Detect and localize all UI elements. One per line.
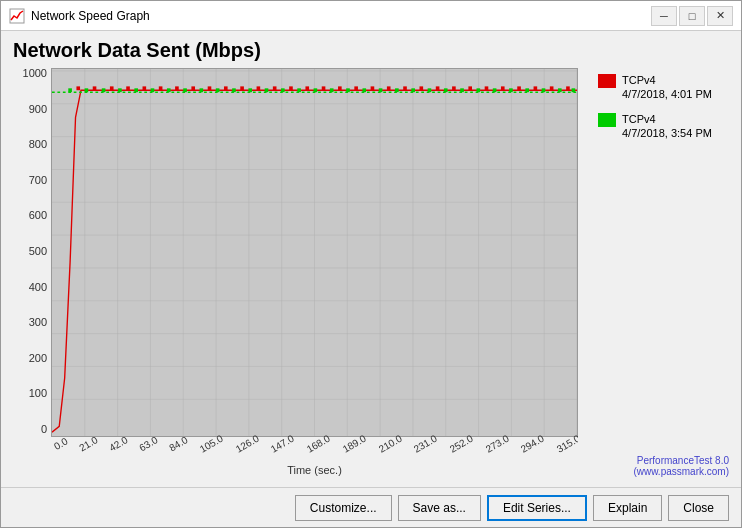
svg-rect-49 [411,88,415,92]
svg-rect-80 [403,86,407,90]
svg-rect-88 [534,86,538,90]
y-axis-label: 400 [29,282,47,293]
legend-item-0: TCPv44/7/2018, 4:01 PM [598,73,733,102]
svg-rect-41 [281,88,285,92]
svg-rect-53 [477,88,481,92]
svg-rect-60 [76,86,80,90]
svg-rect-79 [387,86,391,90]
y-axis-label: 800 [29,139,47,150]
svg-rect-76 [338,86,342,90]
chart-title: Network Data Sent (Mbps) [9,39,733,62]
main-window: Network Speed Graph ─ □ ✕ Network Data S… [0,0,742,528]
svg-rect-31 [118,88,122,92]
svg-rect-70 [240,86,244,90]
svg-rect-34 [167,88,171,92]
svg-rect-81 [420,86,424,90]
customize-button[interactable]: Customize... [295,495,392,521]
svg-rect-37 [216,88,220,92]
legend-color-0 [598,74,616,88]
title-bar: Network Speed Graph ─ □ ✕ [1,1,741,31]
svg-rect-73 [289,86,293,90]
legend: TCPv44/7/2018, 4:01 PMTCPv44/7/2018, 3:5… [588,68,733,140]
y-axis: 01002003004005006007008009001000 [9,68,51,437]
close-window-button[interactable]: ✕ [707,6,733,26]
svg-rect-66 [175,86,179,90]
svg-rect-74 [305,86,309,90]
x-axis-label: 84.0 [167,434,189,453]
y-axis-label: 0 [41,424,47,435]
chart-with-yaxis: 01002003004005006007008009001000 [9,68,578,479]
svg-rect-58 [558,88,562,92]
svg-rect-87 [517,86,521,90]
svg-rect-38 [232,88,236,92]
svg-rect-63 [126,86,130,90]
svg-rect-89 [550,86,554,90]
x-axis-labels: 0.021.042.063.084.0105.0126.0147.0168.01… [9,437,578,450]
legend-text-1: TCPv44/7/2018, 3:54 PM [622,112,712,141]
svg-rect-33 [151,88,155,92]
svg-rect-29 [85,88,89,92]
y-axis-label: 600 [29,210,47,221]
svg-rect-77 [354,86,358,90]
y-axis-label: 300 [29,317,47,328]
svg-rect-90 [566,86,570,90]
y-axis-label: 900 [29,104,47,115]
legend-item-1: TCPv44/7/2018, 3:54 PM [598,112,733,141]
svg-rect-43 [314,88,318,92]
svg-rect-57 [542,88,546,92]
svg-rect-46 [362,88,366,92]
y-axis-label: 500 [29,246,47,257]
svg-rect-50 [428,88,432,92]
svg-rect-45 [346,88,350,92]
y-axis-label: 700 [29,175,47,186]
chart-svg [52,69,577,436]
y-axis-label: 200 [29,353,47,364]
explain-button[interactable]: Explain [593,495,662,521]
svg-rect-83 [452,86,456,90]
svg-rect-59 [572,88,576,92]
svg-rect-54 [493,88,497,92]
svg-rect-69 [224,86,228,90]
edit-series-button[interactable]: Edit Series... [487,495,587,521]
x-axis-title: Time (sec.) [9,464,578,476]
app-icon [9,8,25,24]
svg-rect-71 [257,86,261,90]
svg-rect-85 [485,86,489,90]
svg-rect-82 [436,86,440,90]
y-axis-label: 100 [29,388,47,399]
svg-rect-75 [322,86,326,90]
svg-rect-39 [248,88,252,92]
svg-rect-65 [159,86,163,90]
minimize-button[interactable]: ─ [651,6,677,26]
svg-rect-44 [330,88,334,92]
x-axis-label: 42.0 [107,434,129,453]
svg-rect-30 [102,88,106,92]
svg-rect-35 [183,88,187,92]
bottom-bar: Customize... Save as... Edit Series... E… [1,487,741,527]
svg-rect-51 [444,88,448,92]
x-axis-label: 0.0 [52,436,70,452]
save-as-button[interactable]: Save as... [398,495,481,521]
maximize-button[interactable]: □ [679,6,705,26]
svg-rect-64 [143,86,147,90]
y-axis-and-plot: 01002003004005006007008009001000 [9,68,578,437]
y-axis-label: 1000 [23,68,47,79]
plot-area [51,68,578,437]
watermark: PerformanceTest 8.0 (www.passmark.com) [588,455,733,479]
svg-rect-47 [379,88,383,92]
x-axis-label: 21.0 [77,434,99,453]
svg-rect-78 [371,86,375,90]
close-button[interactable]: Close [668,495,729,521]
legend-text-0: TCPv44/7/2018, 4:01 PM [622,73,712,102]
svg-rect-62 [110,86,114,90]
main-content: Network Data Sent (Mbps) 010020030040050… [1,31,741,487]
svg-rect-28 [68,88,72,92]
svg-rect-36 [200,88,204,92]
svg-rect-55 [509,88,513,92]
legend-color-1 [598,113,616,127]
svg-rect-56 [525,88,529,92]
window-title: Network Speed Graph [31,9,651,23]
x-axis: 0.021.042.063.084.0105.0126.0147.0168.01… [9,437,578,479]
svg-rect-52 [460,88,464,92]
x-axis-label: 63.0 [137,434,159,453]
